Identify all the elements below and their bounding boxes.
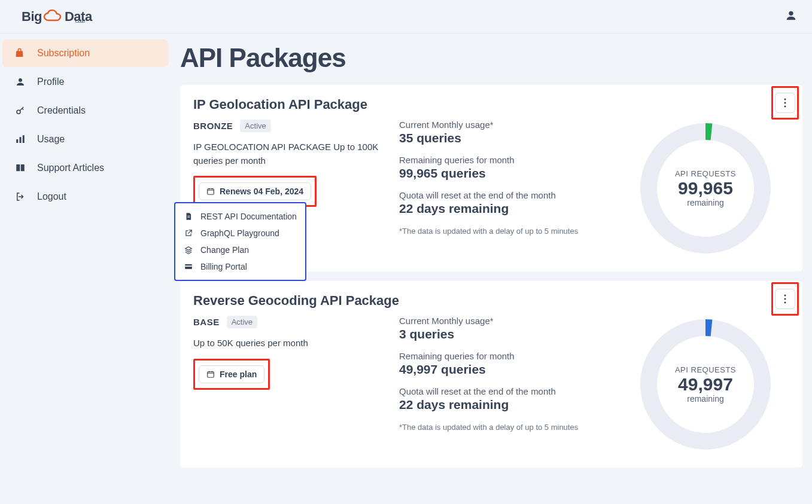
sidebar-item-label: Logout: [37, 191, 66, 202]
stat-value: 49,997 queries: [399, 362, 607, 377]
highlight-box: Free plan: [193, 359, 270, 390]
svg-rect-11: [187, 216, 190, 216]
package-title: IP Geolocation API Package: [193, 97, 367, 112]
svg-point-0: [789, 11, 793, 15]
stat-label: Current Monthly usage*: [399, 120, 607, 130]
chip-label: Renews 04 Feb, 2024: [220, 187, 303, 196]
donut-chart: API REQUESTS 99,965 remaining: [637, 120, 774, 257]
menu-item-change-plan[interactable]: Change Plan: [175, 242, 305, 258]
user-icon[interactable]: [784, 9, 798, 25]
sidebar-item-logout[interactable]: Logout: [2, 183, 168, 210]
svg-point-16: [784, 298, 786, 300]
plan-chip[interactable]: Free plan: [199, 365, 264, 383]
chip-label: Free plan: [220, 369, 257, 379]
sidebar-item-profile[interactable]: Profile: [2, 68, 168, 96]
document-icon: [184, 212, 193, 221]
chart-icon: [14, 134, 26, 145]
svg-rect-4: [20, 137, 22, 143]
sidebar-item-usage[interactable]: Usage: [2, 126, 168, 153]
svg-point-2: [17, 110, 20, 114]
svg-point-15: [784, 295, 786, 297]
tier-name: BRONZE: [193, 121, 233, 131]
svg-rect-18: [208, 371, 214, 377]
cloud-icon: [43, 10, 63, 23]
highlight-box: REST API Documentation GraphQL Playgroun…: [174, 202, 306, 281]
package-card: IP Geolocation API Package BRONZE Active…: [180, 85, 802, 271]
menu-item-graphql[interactable]: GraphQL Playground: [175, 225, 305, 242]
sidebar-item-credentials[interactable]: Credentials: [2, 97, 168, 124]
svg-point-17: [784, 302, 786, 304]
credit-card-icon: [184, 262, 193, 271]
donut-label: API REQUESTS: [675, 169, 736, 178]
dropdown-menu: REST API Documentation GraphQL Playgroun…: [175, 203, 305, 280]
stat-label: Current Monthly usage*: [399, 316, 607, 326]
svg-rect-12: [187, 217, 190, 218]
more-vertical-icon: [784, 98, 786, 108]
external-link-icon: [184, 229, 193, 237]
package-description: IP GEOLOCATION API PACKAGE Up to 100K qu…: [193, 140, 385, 167]
donut-label: API REQUESTS: [675, 365, 736, 374]
sidebar-item-label: Credentials: [37, 105, 86, 116]
stat-value: 22 days remaining: [399, 201, 607, 216]
calendar-icon: [206, 187, 215, 196]
sidebar-item-label: Usage: [37, 134, 65, 145]
stat-label: Quota will reset at the end of the month: [399, 190, 607, 200]
stat-value: 3 queries: [399, 327, 607, 341]
more-button[interactable]: [775, 93, 795, 113]
sidebar: Subscription Profile Credentials Usage S…: [0, 33, 171, 504]
more-button[interactable]: [775, 289, 795, 309]
package-description: Up to 50K queries per month: [193, 337, 385, 350]
menu-item-label: Change Plan: [200, 245, 249, 255]
svg-rect-9: [208, 189, 214, 194]
package-card: Reverse Geocoding API Package BASE Activ…: [180, 281, 802, 468]
donut-value: 99,965: [678, 178, 733, 198]
menu-item-rest-docs[interactable]: REST API Documentation: [175, 208, 305, 225]
sidebar-item-support[interactable]: Support Articles: [2, 154, 168, 182]
menu-item-label: GraphQL Playground: [200, 228, 279, 238]
note: *The data is updated with a delay of up …: [399, 421, 607, 433]
logout-icon: [14, 191, 26, 202]
sidebar-item-subscription[interactable]: Subscription: [2, 39, 168, 67]
donut-sub: remaining: [687, 198, 723, 207]
bag-icon: [14, 48, 26, 59]
sidebar-item-label: Subscription: [37, 48, 90, 59]
donut-sub: remaining: [687, 394, 723, 404]
svg-rect-14: [185, 265, 192, 267]
sidebar-item-label: Support Articles: [37, 163, 104, 173]
key-icon: [14, 105, 26, 116]
logo[interactable]: Big Data Cloud: [22, 9, 84, 25]
stat-value: 22 days remaining: [399, 398, 607, 412]
highlight-box: [771, 282, 799, 316]
status-badge: Active: [227, 316, 257, 328]
svg-point-1: [19, 78, 22, 82]
renewal-chip[interactable]: Renews 04 Feb, 2024: [199, 182, 311, 200]
svg-point-6: [784, 99, 786, 100]
tier-name: BASE: [193, 317, 220, 327]
stat-value: 99,965 queries: [399, 166, 607, 181]
sidebar-item-label: Profile: [37, 77, 64, 87]
menu-item-billing[interactable]: Billing Portal: [175, 258, 305, 275]
more-vertical-icon: [784, 294, 786, 304]
svg-point-7: [784, 102, 786, 104]
menu-item-label: Billing Portal: [200, 262, 247, 271]
calendar-icon: [206, 370, 215, 378]
status-badge: Active: [240, 120, 270, 132]
stat-label: Remaining queries for month: [399, 351, 607, 361]
person-icon: [14, 77, 26, 87]
menu-item-label: REST API Documentation: [200, 212, 297, 221]
highlight-box: [771, 86, 799, 120]
page-title: API Packages: [180, 43, 802, 73]
book-icon: [14, 163, 26, 173]
donut-value: 49,997: [678, 374, 733, 394]
donut-chart: API REQUESTS 49,997 remaining: [637, 316, 774, 453]
main-content: API Packages IP Geolocation API Package …: [171, 33, 812, 504]
stat-value: 35 queries: [399, 131, 607, 145]
package-title: Reverse Geocoding API Package: [193, 293, 399, 308]
svg-rect-3: [16, 139, 18, 143]
svg-point-8: [784, 106, 786, 108]
svg-rect-5: [23, 135, 25, 143]
topbar: Big Data Cloud: [0, 0, 812, 33]
layers-icon: [184, 246, 193, 254]
stat-label: Remaining queries for month: [399, 155, 607, 165]
note: *The data is updated with a delay of up …: [399, 225, 607, 237]
